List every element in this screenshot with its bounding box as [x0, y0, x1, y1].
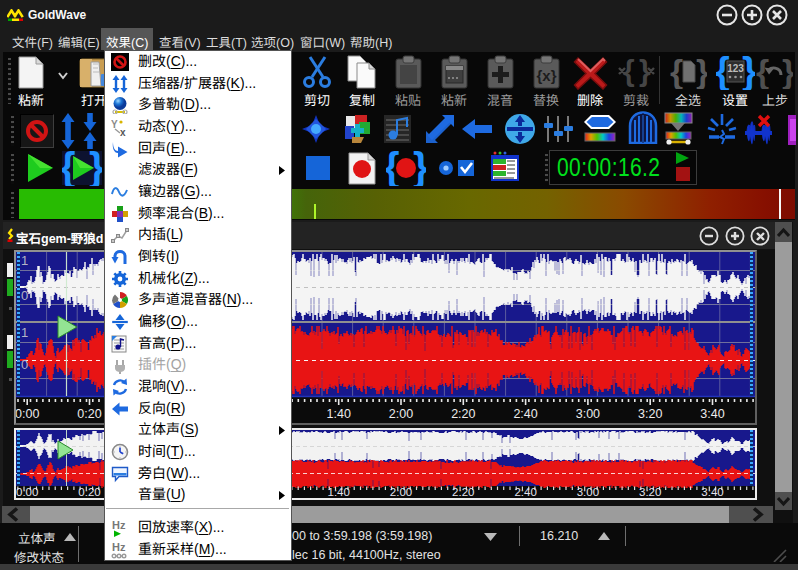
svg-text:3:20: 3:20: [638, 407, 662, 421]
svg-text:}: }: [639, 55, 651, 87]
svg-text:0: 0: [21, 288, 28, 303]
svg-text:}: }: [696, 55, 707, 89]
svg-text:Hz: Hz: [112, 519, 126, 531]
svg-text:Hz: Hz: [112, 541, 126, 553]
svg-text:0:20: 0:20: [78, 486, 100, 498]
svg-text:{x}: {x}: [536, 67, 556, 84]
svg-text:3:20: 3:20: [639, 486, 661, 498]
svg-text:2:40: 2:40: [514, 486, 536, 498]
svg-text:{: {: [756, 55, 769, 89]
svg-text:0:00: 0:00: [16, 407, 39, 421]
svg-text:3:00: 3:00: [577, 486, 599, 498]
svg-text:1:40: 1:40: [327, 407, 351, 421]
svg-text:2:40: 2:40: [513, 407, 537, 421]
svg-text:1:40: 1:40: [328, 486, 350, 498]
svg-text:0:00: 0:00: [16, 486, 38, 498]
svg-text:2:20: 2:20: [452, 486, 474, 498]
svg-text:2:20: 2:20: [451, 407, 475, 421]
svg-text:2:00: 2:00: [390, 486, 412, 498]
svg-text:123: 123: [727, 63, 744, 74]
svg-text:1: 1: [21, 325, 28, 340]
svg-text:Y: Y: [111, 119, 118, 130]
svg-text:x: x: [120, 127, 126, 136]
svg-text:}: }: [782, 55, 793, 89]
svg-text:1: 1: [21, 253, 28, 268]
svg-text:3:40: 3:40: [700, 407, 724, 421]
svg-text:0: 0: [21, 357, 28, 372]
svg-text:2:00: 2:00: [389, 407, 413, 421]
svg-text:{: {: [623, 55, 635, 87]
svg-text:3:40: 3:40: [701, 486, 723, 498]
svg-text:{: {: [670, 55, 683, 89]
svg-text:0:20: 0:20: [77, 407, 101, 421]
svg-text:3:00: 3:00: [576, 407, 600, 421]
